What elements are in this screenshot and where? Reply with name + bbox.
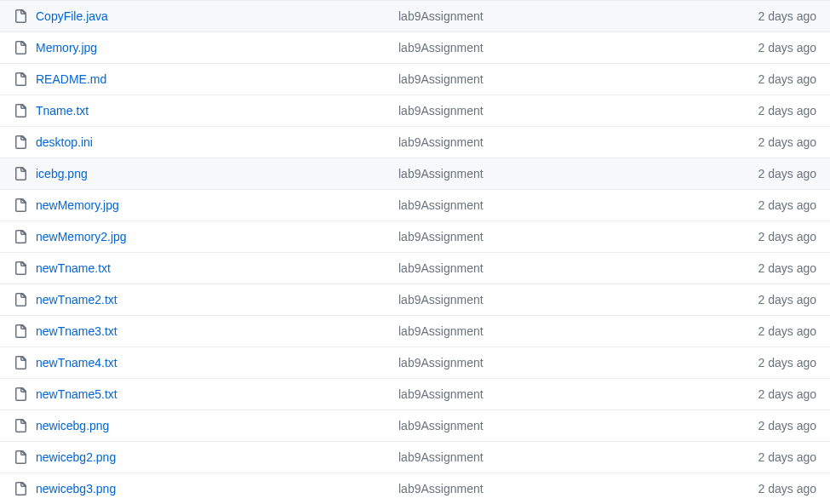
file-age: 2 days ago: [745, 104, 817, 117]
file-row: desktop.inilab9Assignment2 days ago: [0, 126, 830, 158]
commit-message-link[interactable]: lab9Assignment: [398, 198, 484, 212]
file-row: newTname3.txtlab9Assignment2 days ago: [0, 315, 830, 346]
file-name-cell: CopyFile.java: [14, 9, 398, 23]
file-link[interactable]: newTname5.txt: [36, 387, 117, 401]
file-icon: [14, 261, 27, 275]
file-link[interactable]: newicebg3.png: [36, 482, 116, 495]
file-name-cell: newicebg.png: [14, 419, 398, 432]
file-icon: [14, 167, 27, 180]
commit-message-cell: lab9Assignment: [398, 324, 745, 338]
commit-message-link[interactable]: lab9Assignment: [398, 356, 484, 369]
file-link[interactable]: newMemory2.jpg: [36, 230, 127, 243]
file-icon: [14, 324, 27, 338]
commit-message-cell: lab9Assignment: [398, 387, 745, 401]
file-name-cell: newMemory.jpg: [14, 198, 398, 212]
file-icon: [14, 356, 27, 369]
file-row: newMemory2.jpglab9Assignment2 days ago: [0, 220, 830, 252]
commit-message-cell: lab9Assignment: [398, 419, 745, 432]
file-age: 2 days ago: [745, 387, 817, 401]
file-age: 2 days ago: [745, 72, 817, 86]
commit-message-link[interactable]: lab9Assignment: [398, 387, 484, 401]
commit-message-cell: lab9Assignment: [398, 104, 745, 117]
file-link[interactable]: CopyFile.java: [36, 9, 108, 23]
file-link[interactable]: newTname.txt: [36, 261, 111, 275]
commit-message-cell: lab9Assignment: [398, 41, 745, 54]
file-name-cell: newTname2.txt: [14, 293, 398, 306]
file-row: newicebg2.pnglab9Assignment2 days ago: [0, 441, 830, 472]
file-link[interactable]: README.md: [36, 72, 106, 86]
file-row: newTname4.txtlab9Assignment2 days ago: [0, 346, 830, 378]
file-age: 2 days ago: [745, 135, 817, 149]
commit-message-link[interactable]: lab9Assignment: [398, 261, 484, 275]
file-age: 2 days ago: [745, 41, 817, 54]
file-name-cell: newicebg2.png: [14, 450, 398, 464]
file-link[interactable]: Memory.jpg: [36, 41, 97, 54]
file-link[interactable]: desktop.ini: [36, 135, 93, 149]
commit-message-link[interactable]: lab9Assignment: [398, 167, 484, 180]
commit-message-link[interactable]: lab9Assignment: [398, 324, 484, 338]
file-age: 2 days ago: [745, 482, 817, 495]
commit-message-link[interactable]: lab9Assignment: [398, 482, 484, 495]
file-icon: [14, 293, 27, 306]
commit-message-link[interactable]: lab9Assignment: [398, 230, 484, 243]
commit-message-link[interactable]: lab9Assignment: [398, 104, 484, 117]
commit-message-link[interactable]: lab9Assignment: [398, 135, 484, 149]
file-link[interactable]: newTname4.txt: [36, 356, 117, 369]
file-link[interactable]: newTname3.txt: [36, 324, 117, 338]
file-row: newTname.txtlab9Assignment2 days ago: [0, 252, 830, 284]
file-link[interactable]: Tname.txt: [36, 104, 89, 117]
file-icon: [14, 230, 27, 243]
commit-message-link[interactable]: lab9Assignment: [398, 9, 484, 23]
commit-message-link[interactable]: lab9Assignment: [398, 41, 484, 54]
file-link[interactable]: newMemory.jpg: [36, 198, 119, 212]
commit-message-link[interactable]: lab9Assignment: [398, 293, 484, 306]
file-row: README.mdlab9Assignment2 days ago: [0, 63, 830, 94]
file-name-cell: newMemory2.jpg: [14, 230, 398, 243]
commit-message-cell: lab9Assignment: [398, 135, 745, 149]
file-name-cell: newicebg3.png: [14, 482, 398, 495]
file-age: 2 days ago: [745, 167, 817, 180]
file-age: 2 days ago: [745, 9, 817, 23]
file-icon: [14, 482, 27, 495]
file-icon: [14, 198, 27, 212]
file-row: CopyFile.javalab9Assignment2 days ago: [0, 0, 830, 32]
file-list: CopyFile.javalab9Assignment2 days agoMem…: [0, 0, 830, 504]
file-age: 2 days ago: [745, 356, 817, 369]
commit-message-link[interactable]: lab9Assignment: [398, 419, 484, 432]
file-row: newicebg3.pnglab9Assignment2 days ago: [0, 472, 830, 504]
file-link[interactable]: newicebg2.png: [36, 450, 116, 464]
file-name-cell: icebg.png: [14, 167, 398, 180]
commit-message-link[interactable]: lab9Assignment: [398, 450, 484, 464]
file-age: 2 days ago: [745, 324, 817, 338]
file-name-cell: Tname.txt: [14, 104, 398, 117]
file-icon: [14, 104, 27, 117]
commit-message-cell: lab9Assignment: [398, 9, 745, 23]
commit-message-link[interactable]: lab9Assignment: [398, 72, 484, 86]
file-link[interactable]: icebg.png: [36, 167, 88, 180]
file-icon: [14, 41, 27, 54]
file-age: 2 days ago: [745, 230, 817, 243]
file-icon: [14, 135, 27, 149]
file-name-cell: newTname5.txt: [14, 387, 398, 401]
file-icon: [14, 72, 27, 86]
file-age: 2 days ago: [745, 450, 817, 464]
file-row: Memory.jpglab9Assignment2 days ago: [0, 32, 830, 63]
file-name-cell: README.md: [14, 72, 398, 86]
file-age: 2 days ago: [745, 419, 817, 432]
file-row: Tname.txtlab9Assignment2 days ago: [0, 94, 830, 126]
file-link[interactable]: newicebg.png: [36, 419, 109, 432]
commit-message-cell: lab9Assignment: [398, 356, 745, 369]
file-name-cell: desktop.ini: [14, 135, 398, 149]
commit-message-cell: lab9Assignment: [398, 230, 745, 243]
file-row: newicebg.pnglab9Assignment2 days ago: [0, 410, 830, 441]
file-icon: [14, 387, 27, 401]
commit-message-cell: lab9Assignment: [398, 72, 745, 86]
commit-message-cell: lab9Assignment: [398, 482, 745, 495]
file-name-cell: newTname.txt: [14, 261, 398, 275]
file-link[interactable]: newTname2.txt: [36, 293, 117, 306]
file-icon: [14, 419, 27, 432]
commit-message-cell: lab9Assignment: [398, 261, 745, 275]
file-age: 2 days ago: [745, 293, 817, 306]
file-age: 2 days ago: [745, 261, 817, 275]
file-name-cell: newTname4.txt: [14, 356, 398, 369]
